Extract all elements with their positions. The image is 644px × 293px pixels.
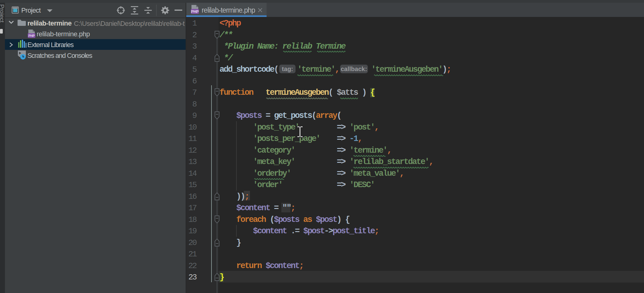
svg-text:PHP: PHP (28, 34, 35, 38)
svg-text:PHP: PHP (191, 10, 199, 14)
